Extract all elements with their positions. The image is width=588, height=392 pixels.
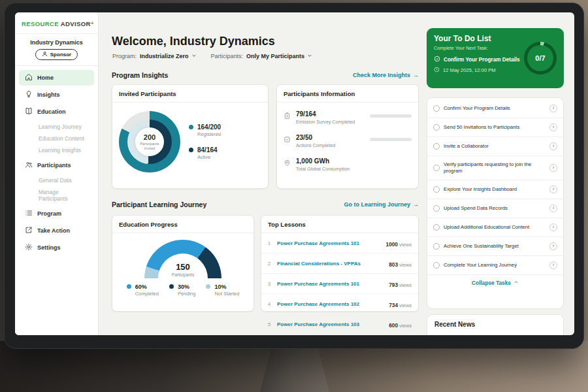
sidebar-item-label: Program [37, 210, 61, 217]
checkbox-icon[interactable] [433, 243, 440, 250]
learning-journey-header: Participant Learning Journey Go to Learn… [112, 201, 419, 208]
task-list-card: Confirm Your Program Details › Send 50 I… [427, 97, 564, 309]
todo-next-task[interactable]: Confirm Your Program Details [434, 56, 527, 63]
legend-dot [206, 284, 210, 289]
sidebar-item-general-data[interactable]: General Data [19, 174, 94, 186]
lesson-link[interactable]: Power Purchase Agreements 102 [277, 301, 385, 307]
logo-resource: RESOURCE [22, 20, 59, 27]
sponsor-badge[interactable]: Sponsor [35, 49, 78, 60]
chevron-right-icon[interactable]: › [549, 186, 557, 193]
sidebar-item-label: General Data [39, 177, 72, 184]
task-row-complete-learning-journey[interactable]: Complete Your Learning Journey › [427, 256, 563, 275]
sidebar-item-label: Education Content [39, 135, 84, 142]
check-circle-icon [434, 56, 440, 63]
invited-legend: 164/200 Registered 84/164 Active [189, 123, 221, 160]
lesson-row: 4 Power Purchase Agreements 102 734views [261, 294, 418, 314]
logo-advisor: ADVISOR [61, 20, 91, 27]
todo-summary-card: Your To Do List Complete Your Next Task:… [427, 28, 564, 88]
program-filter-value: Industrialize Zero [140, 53, 189, 59]
sponsor-label: Sponsor [50, 52, 71, 57]
sidebar-item-education-content[interactable]: Education Content [19, 133, 94, 144]
filter-bar: Program: Industrialize Zero Participants… [112, 53, 312, 59]
task-row-achieve-target[interactable]: Achieve One Sustainability Target › [427, 237, 563, 256]
sidebar-item-label: Education [37, 108, 66, 115]
lesson-link[interactable]: Power Purchase Agreements 101 [277, 281, 385, 287]
legend-not-started: 10% Not Started [206, 284, 239, 297]
checkbox-icon[interactable] [433, 165, 440, 171]
recent-news-card: Recent News [427, 314, 564, 335]
sidebar-item-learning-insights[interactable]: Learning Insights [19, 144, 94, 156]
todo-progress-label: 0/7 [527, 45, 553, 71]
chevron-right-icon[interactable]: › [549, 261, 557, 269]
task-row-verify-participants[interactable]: Verify participants requesting to join t… [427, 156, 563, 180]
program-insights-title: Program Insights [112, 71, 168, 79]
sidebar-item-label: Settings [37, 244, 61, 251]
chevron-right-icon[interactable]: › [549, 105, 557, 112]
chevron-right-icon[interactable]: › [549, 204, 557, 212]
logo-plus: + [91, 20, 94, 26]
chevron-right-icon[interactable]: › [549, 164, 557, 172]
checkbox-icon[interactable] [433, 186, 440, 193]
info-row-actions: 23/50 Actions Completed [284, 134, 412, 148]
info-row-consumption: 1,000 GWh Total Global Consumption [284, 157, 412, 172]
invited-card-title: Invited Participants [112, 85, 268, 103]
invited-total-label: Participants Invited [135, 142, 164, 151]
go-to-learning-journey-link[interactable]: Go to Learning Journey → [344, 201, 419, 208]
legend-completed: 60% Completed [127, 284, 159, 297]
education-card-title: Education Progress [112, 216, 253, 233]
task-row-explore-insights[interactable]: Explore Your Insights Dashboard › [427, 180, 563, 199]
checkbox-icon[interactable] [433, 205, 440, 212]
chevron-right-icon[interactable]: › [549, 142, 557, 150]
chevron-right-icon[interactable]: › [549, 123, 557, 131]
top-lessons-card: Top Lessons 1 Power Purchase Agreements … [261, 215, 419, 312]
lesson-link[interactable]: Power Purchase Agreements 103 [277, 321, 385, 327]
gear-icon [25, 243, 33, 252]
collapse-tasks-button[interactable]: Collapse Tasks [427, 275, 563, 289]
sidebar-item-home[interactable]: Home [19, 70, 94, 86]
sidebar-item-learning-journey[interactable]: Learning Journey [19, 121, 94, 133]
participants-information-card: Participants Information 79/164 Emission… [276, 84, 419, 189]
task-row-invite-collaborator[interactable]: Invite a Collaborator › [427, 137, 563, 156]
sidebar-item-take-action[interactable]: Take Action [19, 223, 94, 238]
participants-filter: Participants: Only My Participants [211, 53, 313, 59]
task-row-upload-spend-data[interactable]: Upload Spend Data Records › [427, 199, 563, 218]
org-name: Industry Dynamics [15, 39, 98, 46]
page-title: Welcome, Industry Dynamics [112, 35, 275, 48]
checkbox-icon[interactable] [433, 224, 440, 231]
chevron-down-icon [191, 53, 197, 59]
sidebar-item-insights[interactable]: Insights [19, 87, 94, 103]
legend-dot [189, 125, 193, 129]
invited-donut-chart: 200 Participants Invited [119, 111, 180, 172]
invited-participants-card: Invited Participants 200 Participants In… [112, 84, 269, 189]
task-row-upload-educational-content[interactable]: Upload Additional Educational Content › [427, 218, 563, 237]
donut-center: 200 Participants Invited [135, 127, 164, 156]
chevron-right-icon[interactable]: › [549, 242, 557, 250]
task-row-send-invitations[interactable]: Send 50 Invitations to Participants › [427, 118, 563, 137]
checkbox-icon[interactable] [433, 124, 440, 131]
info-card-title: Participants Information [277, 85, 418, 103]
arrow-right-icon: → [413, 201, 419, 208]
sidebar-item-manage-participants[interactable]: Manage Participants [19, 186, 94, 204]
participants-filter-select[interactable]: Only My Participants [246, 53, 312, 59]
legend-registered: 164/200 Registered [189, 123, 221, 137]
lesson-link[interactable]: Financial Considerations - VPPAs [277, 261, 385, 267]
checkbox-icon[interactable] [433, 262, 440, 269]
lesson-link[interactable]: Power Purchase Agreements 101 [277, 240, 382, 246]
sidebar-item-education[interactable]: Education [19, 104, 94, 120]
program-insights-header: Program Insights Check More Insights → [112, 71, 419, 79]
chevron-right-icon[interactable]: › [549, 223, 557, 231]
lesson-row: 5 Power Purchase Agreements 103 600views [261, 314, 418, 334]
sidebar-item-label: Learning Journey [39, 123, 82, 130]
check-more-insights-link[interactable]: Check More Insights → [353, 72, 419, 78]
task-row-confirm-program[interactable]: Confirm Your Program Details › [427, 99, 563, 118]
legend-dot [169, 284, 174, 289]
program-filter-select[interactable]: Industrialize Zero [140, 53, 197, 59]
checkbox-icon[interactable] [433, 105, 440, 112]
sidebar-item-program[interactable]: Program [19, 206, 94, 221]
checkbox-icon[interactable] [433, 143, 440, 150]
sidebar-item-label: Take Action [37, 227, 70, 234]
sidebar-item-participants[interactable]: Participants [19, 157, 94, 173]
sidebar-item-settings[interactable]: Settings [19, 240, 94, 255]
book-icon [25, 107, 33, 116]
person-icon [42, 51, 48, 58]
